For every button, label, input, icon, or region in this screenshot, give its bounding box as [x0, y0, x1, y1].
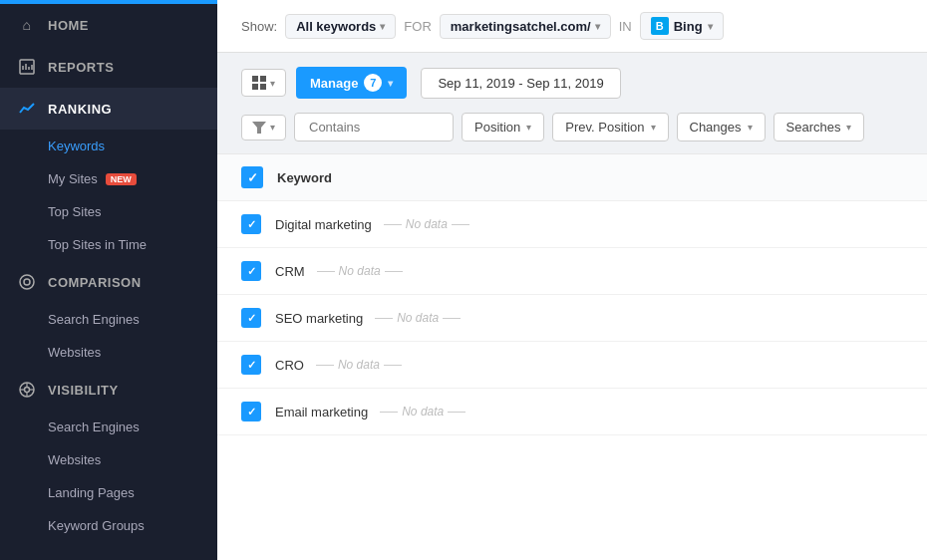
- keyword-3: CRO: [275, 358, 304, 373]
- table-row: CRO No data: [217, 342, 927, 389]
- sidebar: ⌂ HOME REPORTS RANKING Keywords My Sites: [0, 0, 217, 560]
- engine-dropdown[interactable]: B Bing ▾: [640, 12, 724, 40]
- site-dropdown[interactable]: marketingsatchel.com/ ▾: [440, 14, 611, 39]
- changes-chevron: ▾: [748, 122, 753, 133]
- sidebar-item-top-sites[interactable]: Top Sites: [0, 195, 217, 228]
- no-data-line-left-2: [375, 318, 393, 319]
- keyword-4: Email marketing: [275, 405, 368, 420]
- in-label: IN: [619, 19, 632, 34]
- no-data-text-3: No data: [338, 358, 380, 372]
- svg-rect-15: [252, 84, 258, 90]
- no-data-text-4: No data: [402, 405, 444, 419]
- sidebar-item-comparison-search-engines[interactable]: Search Engines: [0, 303, 217, 336]
- sidebar-item-keywords[interactable]: Keywords: [0, 130, 217, 162]
- ranking-icon: [18, 100, 36, 118]
- toolbar: ▾ Manage 7 ▾ Sep 11, 2019 - Sep 11, 2019: [217, 53, 927, 113]
- show-bar: Show: All keywords ▾ FOR marketingsatche…: [217, 0, 927, 53]
- searches-label: Searches: [786, 120, 841, 135]
- show-value-text: All keywords: [296, 19, 376, 34]
- row-checkbox-3[interactable]: [241, 355, 261, 375]
- manage-chevron: ▾: [388, 78, 393, 89]
- date-range-button[interactable]: Sep 11, 2019 - Sep 11, 2019: [421, 68, 620, 99]
- filter-button[interactable]: ▾: [241, 115, 286, 140]
- home-icon: ⌂: [18, 16, 36, 34]
- new-badge: NEW: [106, 173, 137, 185]
- keyword-2: SEO marketing: [275, 311, 363, 326]
- svg-point-6: [24, 279, 30, 285]
- sidebar-reports-label: REPORTS: [48, 60, 114, 75]
- row-checkbox-1[interactable]: [241, 261, 261, 281]
- comp-websites-label: Websites: [48, 345, 101, 360]
- row-checkbox-4[interactable]: [241, 402, 261, 421]
- landing-pages-label: Landing Pages: [48, 485, 135, 500]
- svg-rect-14: [260, 76, 266, 82]
- position-label: Position: [474, 120, 520, 135]
- select-all-checkbox[interactable]: [241, 166, 263, 188]
- prev-position-dropdown[interactable]: Prev. Position ▾: [552, 113, 668, 141]
- no-data-line-left-3: [316, 365, 334, 366]
- sidebar-ranking-label: RANKING: [48, 102, 112, 117]
- no-data-line-left-4: [380, 412, 398, 413]
- sidebar-item-comparison-websites[interactable]: Websites: [0, 336, 217, 369]
- svg-rect-13: [252, 76, 258, 82]
- table-row: CRM No data: [217, 248, 927, 295]
- filter-chevron: ▾: [270, 122, 275, 133]
- engine-label: Bing: [674, 19, 703, 34]
- no-data-4: No data: [380, 405, 465, 419]
- comp-search-engines-label: Search Engines: [48, 312, 140, 327]
- sidebar-item-comparison[interactable]: COMPARISON: [0, 261, 217, 303]
- sidebar-item-vis-websites[interactable]: Websites: [0, 443, 217, 476]
- top-sites-time-label: Top Sites in Time: [48, 237, 147, 252]
- sidebar-item-vis-search-engines[interactable]: Search Engines: [0, 411, 217, 443]
- row-checkbox-2[interactable]: [241, 308, 261, 328]
- visibility-icon: [18, 381, 36, 399]
- no-data-line-right-1: [385, 271, 403, 272]
- contains-input[interactable]: [294, 113, 454, 141]
- site-value-text: marketingsatchel.com/: [451, 19, 591, 34]
- date-range-text: Sep 11, 2019 - Sep 11, 2019: [438, 76, 603, 91]
- no-data-text-2: No data: [397, 311, 439, 325]
- table-row: Email marketing No data: [217, 389, 927, 435]
- grid-chevron: ▾: [270, 78, 275, 89]
- comparison-label: COMPARISON: [48, 275, 142, 290]
- no-data-3: No data: [316, 358, 402, 372]
- site-chevron: ▾: [595, 21, 600, 32]
- show-value-dropdown[interactable]: All keywords ▾: [285, 14, 396, 39]
- row-checkbox-0[interactable]: [241, 214, 261, 234]
- sidebar-item-top-sites-time[interactable]: Top Sites in Time: [0, 228, 217, 261]
- top-sites-label: Top Sites: [48, 204, 101, 219]
- sidebar-item-home[interactable]: ⌂ HOME: [0, 4, 217, 46]
- vis-websites-label: Websites: [48, 452, 101, 467]
- changes-dropdown[interactable]: Changes ▾: [677, 113, 766, 141]
- sidebar-item-my-sites[interactable]: My Sites NEW: [0, 162, 217, 195]
- table-header: Keyword: [217, 154, 927, 201]
- position-dropdown[interactable]: Position ▾: [462, 113, 544, 141]
- sidebar-home-label: HOME: [48, 18, 89, 33]
- grid-view-button[interactable]: ▾: [241, 69, 286, 97]
- svg-marker-17: [252, 122, 266, 134]
- grid-icon: [252, 76, 266, 90]
- sidebar-item-landing-pages[interactable]: Landing Pages: [0, 476, 217, 509]
- searches-dropdown[interactable]: Searches ▾: [773, 113, 865, 141]
- table-area: Keyword Digital marketing No data CRM No…: [217, 153, 927, 560]
- no-data-line-left-1: [317, 271, 335, 272]
- manage-button[interactable]: Manage 7 ▾: [296, 67, 407, 99]
- filter-icon: [252, 122, 266, 134]
- keywords-label: Keywords: [48, 139, 105, 153]
- sidebar-item-ranking[interactable]: RANKING: [0, 88, 217, 130]
- sidebar-item-reports[interactable]: REPORTS: [0, 46, 217, 88]
- no-data-1: No data: [317, 264, 403, 278]
- svg-point-8: [25, 388, 30, 393]
- table-row: Digital marketing No data: [217, 201, 927, 248]
- no-data-0: No data: [384, 217, 469, 231]
- prev-position-chevron: ▾: [651, 122, 656, 133]
- manage-count-badge: 7: [364, 74, 382, 92]
- position-chevron: ▾: [526, 122, 531, 133]
- sidebar-item-keyword-groups[interactable]: Keyword Groups: [0, 509, 217, 542]
- no-data-text-0: No data: [406, 217, 448, 231]
- vis-search-engines-label: Search Engines: [48, 420, 140, 434]
- sidebar-item-visibility[interactable]: VISIBILITY: [0, 369, 217, 411]
- table-row: SEO marketing No data: [217, 295, 927, 342]
- no-data-text-1: No data: [339, 264, 381, 278]
- no-data-2: No data: [375, 311, 461, 325]
